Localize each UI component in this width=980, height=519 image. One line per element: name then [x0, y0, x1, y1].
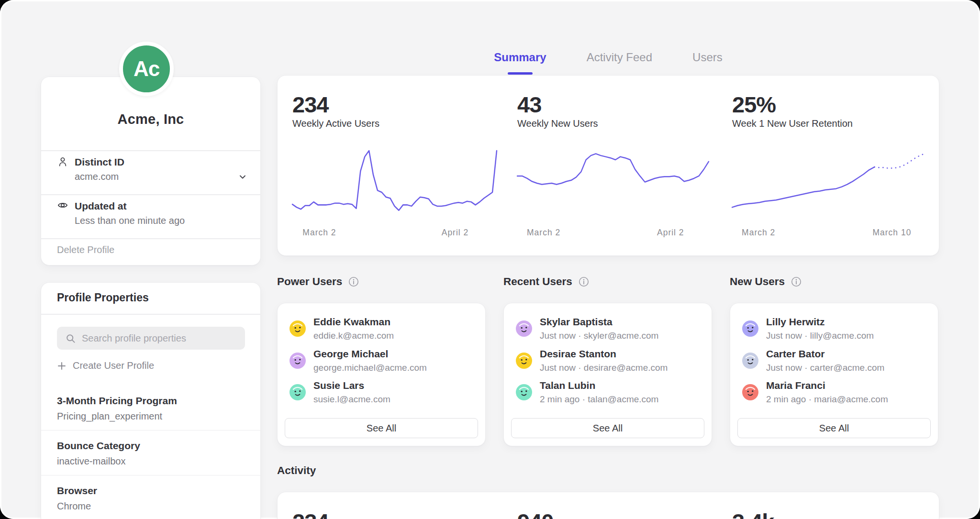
property-row-browser[interactable]: BrowserChrome [41, 475, 260, 519]
user-text: Eddie Kwakmaneddie.k@acme.com [313, 316, 394, 341]
user-text: Talan Lubin2 min ago · talan@acme.com [540, 380, 658, 405]
property-name: 3-Month Pricing Program [57, 395, 245, 407]
user-list-card: Lilly HerwitzJust now · lilly@acme.comCa… [730, 303, 938, 446]
axis-labels: March 2March 10 [732, 228, 924, 239]
user-avatar [742, 384, 758, 400]
profile-summary-card: Acme, Inc Distinct ID acme.com Updated a… [41, 77, 261, 265]
see-all-button[interactable]: See All [285, 418, 478, 438]
section-title: Recent Users [503, 276, 572, 288]
doodle-face-icon [742, 353, 758, 369]
info-icon-button[interactable] [348, 276, 359, 287]
stat-column-weekly-new-users: 43Weekly New UsersMarch 2April 2 [517, 76, 709, 255]
activity-card: 2349403.4k [277, 492, 939, 519]
user-meta: Just now · desirare@acme.com [540, 363, 668, 373]
user-meta: susie.l@acme.com [313, 394, 390, 405]
company-name: Acme, Inc [41, 111, 260, 127]
user-row[interactable]: Skylar BaptistaJust now · skyler@acme.co… [516, 315, 700, 342]
property-value: Pricing_plan_experiment [57, 411, 245, 422]
section-title: New Users [730, 276, 785, 288]
sparkline-chart [517, 148, 709, 213]
section-header: Recent Users [503, 274, 712, 289]
tab-activity-feed[interactable]: Activity Feed [587, 51, 652, 75]
info-icon [791, 276, 802, 287]
info-icon-button[interactable] [579, 276, 589, 287]
user-text: George Michaelgeorge.michael@acme.com [313, 348, 427, 373]
user-avatar [290, 384, 306, 400]
axis-label-end: April 2 [657, 228, 684, 238]
person-icon [57, 156, 68, 167]
activity-section-title: Activity [277, 464, 316, 477]
chevron-down-icon[interactable] [237, 172, 248, 182]
user-row[interactable]: Eddie Kwakmaneddie.k@acme.com [290, 315, 473, 342]
divider [41, 150, 260, 151]
updated-at-value: Less than one minute ago [75, 215, 185, 226]
axis-label-start: March 2 [742, 228, 775, 238]
section-header: New Users [730, 274, 938, 289]
stat-value: 25% [732, 91, 776, 118]
property-row-3-month-pricing-program[interactable]: 3-Month Pricing ProgramPricing_plan_expe… [41, 386, 260, 431]
user-text: Susie Larssusie.l@acme.com [313, 380, 390, 405]
app-frame: Ac Acme, Inc Distinct ID acme.com Update… [0, 0, 980, 519]
distinct-id-value: acme.com [75, 171, 119, 182]
plus-icon [57, 361, 67, 371]
activity-stat: 940 [517, 508, 553, 519]
user-avatar [516, 384, 532, 400]
user-row[interactable]: Lilly HerwitzJust now · lilly@acme.com [742, 315, 926, 342]
user-row[interactable]: Maria Franci2 min ago · maria@acme.com [742, 378, 926, 406]
user-meta: 2 min ago · maria@acme.com [766, 394, 888, 405]
section-title: Power Users [277, 276, 342, 288]
info-icon [348, 276, 359, 287]
user-name: George Michael [313, 348, 427, 360]
profile-properties-card: Profile Properties Create User Profile 3… [41, 282, 261, 519]
stat-label: Week 1 New User Retention [732, 118, 853, 129]
see-all-button[interactable]: See All [737, 418, 931, 438]
info-icon-button[interactable] [791, 276, 802, 287]
user-row[interactable]: Talan Lubin2 min ago · talan@acme.com [516, 378, 700, 406]
divider [41, 314, 260, 315]
divider [41, 238, 260, 239]
section-header: Power Users [277, 274, 486, 289]
user-text: Desirae StantonJust now · desirare@acme.… [540, 348, 668, 373]
user-name: Maria Franci [766, 380, 888, 391]
axis-labels: March 2April 2 [292, 228, 497, 239]
profile-tabs: SummaryActivity FeedUsers [277, 51, 939, 78]
profile-properties-title: Profile Properties [57, 291, 149, 304]
user-meta: george.michael@acme.com [313, 363, 427, 373]
user-text: Skylar BaptistaJust now · skyler@acme.co… [540, 316, 658, 341]
eye-icon [57, 199, 68, 211]
user-name: Eddie Kwakman [313, 316, 394, 328]
summary-stats-card: 234Weekly Active UsersMarch 2April 243We… [277, 75, 939, 256]
user-avatar [290, 353, 306, 369]
user-name: Talan Lubin [540, 380, 658, 391]
tab-summary[interactable]: Summary [494, 51, 546, 75]
user-text: Carter BatorJust now · carter@acme.com [766, 348, 884, 373]
company-avatar-initials: Ac [134, 57, 159, 81]
user-name: Carter Bator [766, 348, 884, 360]
delete-profile-link[interactable]: Delete Profile [57, 244, 114, 255]
axis-label-start: March 2 [302, 228, 336, 238]
user-avatar [290, 320, 306, 337]
sparkline-chart [732, 148, 924, 213]
stat-label: Weekly New Users [517, 118, 598, 129]
user-list-card: Skylar BaptistaJust now · skyler@acme.co… [503, 303, 712, 446]
doodle-face-icon [516, 353, 532, 369]
company-avatar: Ac [119, 42, 174, 96]
activity-stat: 3.4k [732, 508, 774, 519]
user-name: Lilly Herwitz [766, 316, 874, 328]
profile-properties-list: 3-Month Pricing ProgramPricing_plan_expe… [41, 386, 260, 519]
property-name: Bounce Category [57, 440, 245, 452]
doodle-face-icon [742, 320, 758, 337]
create-user-profile-button[interactable]: Create User Profile [57, 360, 154, 371]
property-row-bounce-category[interactable]: Bounce Categoryinactive-mailbox [41, 431, 260, 475]
search-input[interactable] [57, 327, 245, 350]
user-row[interactable]: George Michaelgeorge.michael@acme.com [290, 347, 473, 375]
tab-users[interactable]: Users [692, 51, 723, 75]
user-row[interactable]: Desirae StantonJust now · desirare@acme.… [516, 347, 700, 375]
user-row[interactable]: Carter BatorJust now · carter@acme.com [742, 347, 926, 375]
user-meta: Just now · skyler@acme.com [540, 331, 658, 341]
section-power-users: Power UsersEddie Kwakmaneddie.k@acme.com… [277, 274, 486, 289]
stat-value: 234 [292, 91, 328, 118]
doodle-face-icon [516, 320, 532, 337]
see-all-button[interactable]: See All [511, 418, 704, 438]
user-row[interactable]: Susie Larssusie.l@acme.com [290, 378, 473, 406]
